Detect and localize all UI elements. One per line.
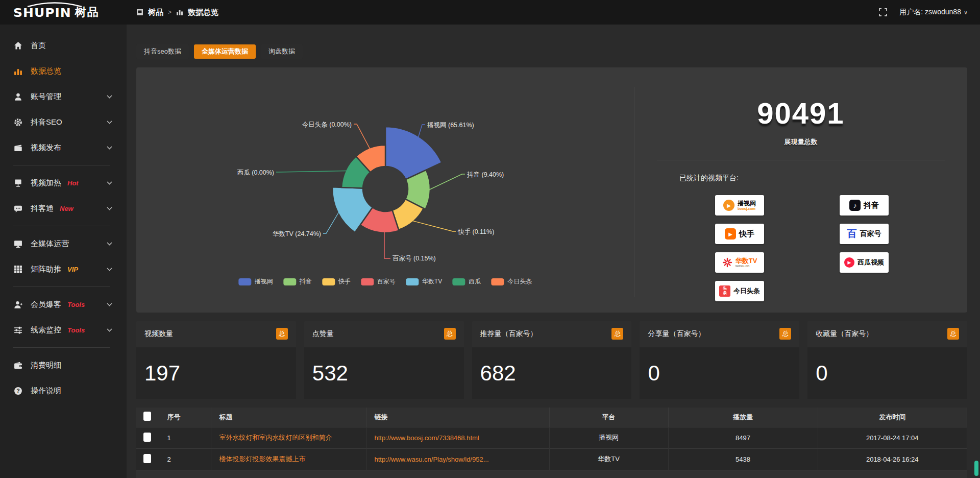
row-checkbox[interactable] xyxy=(143,433,151,442)
legend-swatch xyxy=(238,278,251,285)
col-header-链接: 链接 xyxy=(366,408,549,427)
video-link[interactable]: http://www.wasu.cn/Play/show/id/952... xyxy=(375,456,489,463)
topbar: SHUPIN 树品 树品 > 数据总览 用户名: zswodun88 ∨ xyxy=(0,0,980,25)
stat-card-value: 682 xyxy=(480,361,516,386)
sidebar-item-video[interactable]: 视频发布 xyxy=(0,135,127,160)
legend-item-华数TV[interactable]: 华数TV xyxy=(406,277,442,286)
chevron-down-icon xyxy=(107,207,112,210)
cell-platform: 华数TV xyxy=(549,448,668,470)
videos-table-wrap: 序号标题链接平台播放量发布时间 1室外水纹灯和室内水纹灯的区别和简介http:/… xyxy=(136,408,967,478)
col-header-播放量: 播放量 xyxy=(668,408,818,427)
platform-badge-column: ♪抖音百百家号▶西瓜视频 xyxy=(840,195,889,301)
legend-item-抖音[interactable]: 抖音 xyxy=(283,277,312,286)
platform-badge-西瓜视频: ▶西瓜视频 xyxy=(840,252,889,273)
sidebar-item-tag: Hot xyxy=(67,179,79,187)
sidebar-item-sliders[interactable]: 线索监控 Tools xyxy=(0,317,127,343)
sidebar-item-screen[interactable]: 视频加热 Hot xyxy=(0,170,127,196)
sidebar-item-home[interactable]: 首页 xyxy=(0,33,127,58)
breadcrumb: 树品 > 数据总览 xyxy=(136,8,218,17)
sidebar-item-chat[interactable]: 抖客通 New xyxy=(0,196,127,221)
sidebar-divider xyxy=(13,286,110,287)
sliders-icon xyxy=(13,325,22,334)
data-tabs: 抖音seo数据 全媒体运营数据 询盘数据 xyxy=(136,44,967,59)
chevron-down-icon xyxy=(107,242,112,246)
app-logo[interactable]: SHUPIN 树品 xyxy=(0,5,127,20)
kuaishou-icon: ▶ xyxy=(725,228,736,240)
breadcrumb-item-current[interactable]: 数据总览 xyxy=(188,8,218,17)
stat-card-total-badge[interactable]: 总 xyxy=(947,328,959,340)
grid-icon xyxy=(13,265,22,274)
sidebar-item-label: 全媒体运营 xyxy=(31,239,69,249)
stat-card-total-badge[interactable]: 总 xyxy=(444,328,456,340)
topbar-right: 用户名: zswodun88 ∨ xyxy=(879,8,980,17)
cell-title[interactable]: 楼体投影灯投影效果震撼上市 xyxy=(211,448,366,470)
stat-card: 推荐量（百家号） 总 682 xyxy=(472,321,632,399)
legend-item-西瓜[interactable]: 西瓜 xyxy=(452,277,481,286)
sidebar-item-wallet[interactable]: 消费明细 xyxy=(0,352,127,378)
video-link[interactable]: http://www.boosj.com/7338468.html xyxy=(375,434,479,442)
scrollbar-thumb[interactable] xyxy=(974,461,978,476)
user-icon xyxy=(13,92,22,101)
legend-item-百家号[interactable]: 百家号 xyxy=(361,277,396,286)
sidebar-item-gear[interactable]: 抖音SEO xyxy=(0,109,127,135)
sidebar-item-label: 消费明细 xyxy=(31,361,61,370)
cell-plays: 8497 xyxy=(668,427,818,448)
stat-card: 收藏量（百家号） 总 0 xyxy=(807,321,967,399)
legend-item-今日头条[interactable]: 今日头条 xyxy=(491,277,532,286)
chart-icon xyxy=(13,66,22,76)
chart-panel: 播视网 (65.61%)抖音 (9.40%)快手 (0.11%)百家号 (0.1… xyxy=(136,67,967,313)
impressions-total: 90491 xyxy=(634,96,967,130)
chevron-down-icon xyxy=(107,303,112,306)
tab-inquiry[interactable]: 询盘数据 xyxy=(261,44,303,59)
sidebar-item-label: 视频发布 xyxy=(31,143,61,153)
sidebar-item-help[interactable]: ? 操作说明 xyxy=(0,378,127,403)
table-row: 1室外水纹灯和室内水纹灯的区别和简介http://www.boosj.com/7… xyxy=(136,427,967,448)
col-header-序号: 序号 xyxy=(159,408,211,427)
logo-text: SHUPIN xyxy=(13,6,71,20)
legend-label: 今日头条 xyxy=(507,277,532,286)
stat-card: 视频数量 总 197 xyxy=(136,321,296,399)
pie-label-line xyxy=(412,221,456,231)
sidebar-item-grid[interactable]: 矩阵助推 VIP xyxy=(0,256,127,282)
stat-card-total-badge[interactable]: 总 xyxy=(779,328,791,340)
stat-card-title: 推荐量（百家号） xyxy=(480,329,537,339)
sidebar-item-label: 首页 xyxy=(31,41,46,51)
user-menu[interactable]: 用户名: zswodun88 ∨ xyxy=(899,8,968,17)
stat-card-total-badge[interactable]: 总 xyxy=(276,328,288,340)
pie-label-line xyxy=(354,124,370,149)
stat-cards: 视频数量 总 197 点赞量 总 532 推荐量（百家号） 总 682 分享量（… xyxy=(136,321,967,399)
cell-published: 2017-08-24 17:04 xyxy=(818,427,967,448)
pie-label-line xyxy=(323,212,339,233)
sidebar-item-label: 会员爆客 xyxy=(31,300,61,309)
breadcrumb-item-root[interactable]: 树品 xyxy=(148,8,163,17)
select-all-checkbox[interactable] xyxy=(143,412,151,421)
legend-item-播视网[interactable]: 播视网 xyxy=(238,277,273,286)
cell-platform: 播视网 xyxy=(549,427,668,448)
pie-slice-播视网[interactable] xyxy=(385,127,442,179)
sidebar-item-member[interactable]: 会员爆客 Tools xyxy=(0,292,127,317)
fullscreen-icon[interactable] xyxy=(879,8,887,16)
sidebar-item-user[interactable]: 账号管理 xyxy=(0,84,127,109)
sidebar-item-monitor[interactable]: 全媒体运营 xyxy=(0,231,127,256)
legend-label: 百家号 xyxy=(377,277,396,286)
sidebar-item-chart[interactable]: 数据总览 xyxy=(0,58,127,84)
legend-item-快手[interactable]: 快手 xyxy=(322,277,351,286)
cell-title[interactable]: 室外水纹灯和室内水纹灯的区别和简介 xyxy=(211,427,366,448)
sidebar-item-tag: Tools xyxy=(67,301,85,308)
rose-pie-chart[interactable]: 播视网 (65.61%)抖音 (9.40%)快手 (0.11%)百家号 (0.1… xyxy=(136,67,634,313)
pie-label: 百家号 (0.15%) xyxy=(393,255,436,262)
stat-card: 点赞量 总 532 xyxy=(304,321,464,399)
sidebar: 首页 数据总览 账号管理 抖音SEO 视频发布 视频加热 Hot xyxy=(0,25,127,478)
tab-douyin-seo[interactable]: 抖音seo数据 xyxy=(136,44,189,59)
stat-card-value: 0 xyxy=(816,361,827,386)
col-header-发布时间: 发布时间 xyxy=(818,408,967,427)
breadcrumb-separator: > xyxy=(168,9,172,16)
platform-badge-播视网: ▶播视网boosj.com xyxy=(715,195,764,216)
row-checkbox[interactable] xyxy=(143,454,151,463)
tab-media-ops[interactable]: 全媒体运营数据 xyxy=(194,44,256,59)
chevron-down-icon xyxy=(107,95,112,99)
main-content: 抖音seo数据 全媒体运营数据 询盘数据 播视网 (65.61%)抖音 (9.4… xyxy=(127,0,980,478)
sidebar-item-label: 视频加热 xyxy=(31,178,61,188)
stat-card-total-badge[interactable]: 总 xyxy=(611,328,623,340)
table-row-partial xyxy=(136,470,967,478)
